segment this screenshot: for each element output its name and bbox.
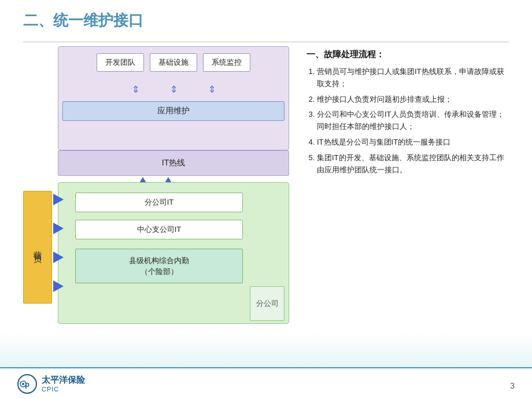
items-list: 营销员可与维护接口人或集团IT热线联系，申请故障或获取支持； 维护接口人负责对问…: [306, 66, 509, 176]
blue-arrows-container: [53, 194, 74, 292]
svg-point-3: [22, 383, 24, 385]
section-title: 一、故障处理流程：: [306, 49, 509, 60]
logo-area: p 太平洋保险 CPIC: [17, 374, 85, 394]
blue-arrow-1: [53, 194, 64, 205]
blue-arrow-3: [53, 252, 64, 263]
list-item-2: 维护接口人负责对问题初步排查或上报；: [317, 94, 509, 106]
page-container: 二、统一维护接口 开发团队 基础设施 系统监控 ⇕ ⇕ ⇕: [0, 0, 532, 399]
list-item-3: 分公司和中心支公司IT人员负责培训、传承和设备管理；同时担任本部的维护接口人；: [317, 109, 509, 133]
logo-name: 太平洋保险: [42, 375, 85, 386]
county-box: 县级机构综合内勤 （个险部）: [75, 249, 243, 283]
system-monitor-box: 系统监控: [203, 53, 250, 72]
diagram-wrapper: 开发团队 基础设施 系统监控 ⇕ ⇕ ⇕ 应用维护 IT热线: [23, 46, 289, 347]
infrastructure-box: 基础设施: [150, 53, 197, 72]
list-item-4: IT热线是分公司与集团IT的统一服务接口: [317, 136, 509, 149]
text-area: 一、故障处理流程： 营销员可与维护接口人或集团IT热线联系，申请故障或获取支持；…: [301, 46, 509, 364]
blue-arrow-4: [53, 280, 64, 292]
arrows-row: ⇕ ⇕ ⇕: [62, 84, 285, 95]
dev-team-box: 开发团队: [97, 53, 144, 72]
branch-it-box: 分公司IT: [75, 193, 243, 212]
footer: p 太平洋保险 CPIC 3: [0, 367, 532, 399]
list-item-5: 集团IT的开发、基础设施、系统监控团队的相关支持工作由应用维护团队统一接口。: [317, 152, 509, 176]
it-hotline-box: IT热线: [58, 150, 289, 176]
logo-text: 太平洋保险 CPIC: [42, 375, 85, 393]
sales-label-text: 营销员: [32, 244, 43, 251]
app-maintenance-box: 应用维护: [62, 101, 285, 121]
page-number: 3: [510, 381, 515, 390]
dbl-arrow-2: ⇕: [157, 84, 190, 95]
logo-icon: p: [17, 374, 37, 394]
county-line2: （个险部）: [141, 266, 178, 278]
top-boxes-row: 开发团队 基础设施 系统监控: [62, 53, 285, 72]
sales-label: 营销员: [23, 191, 52, 304]
logo-sub: CPIC: [42, 386, 85, 393]
list-item-1: 营销员可与维护接口人或集团IT热线联系，申请故障或获取支持；: [317, 66, 509, 90]
page-title: 二、统一维护接口: [23, 10, 143, 31]
center-branch-it-box: 中心支公司IT: [75, 220, 243, 239]
county-line1: 县级机构综合内勤: [129, 255, 189, 267]
divider: [23, 42, 509, 42]
dbl-arrow-3: ⇕: [195, 84, 228, 95]
diagram-area: 开发团队 基础设施 系统监控 ⇕ ⇕ ⇕ 应用维护 IT热线: [23, 46, 289, 364]
branch-label: 分公司: [250, 286, 285, 321]
blue-arrow-2: [53, 223, 64, 234]
main-content: 开发团队 基础设施 系统监控 ⇕ ⇕ ⇕ 应用维护 IT热线: [23, 46, 509, 364]
dbl-arrow-1: ⇕: [119, 84, 152, 95]
